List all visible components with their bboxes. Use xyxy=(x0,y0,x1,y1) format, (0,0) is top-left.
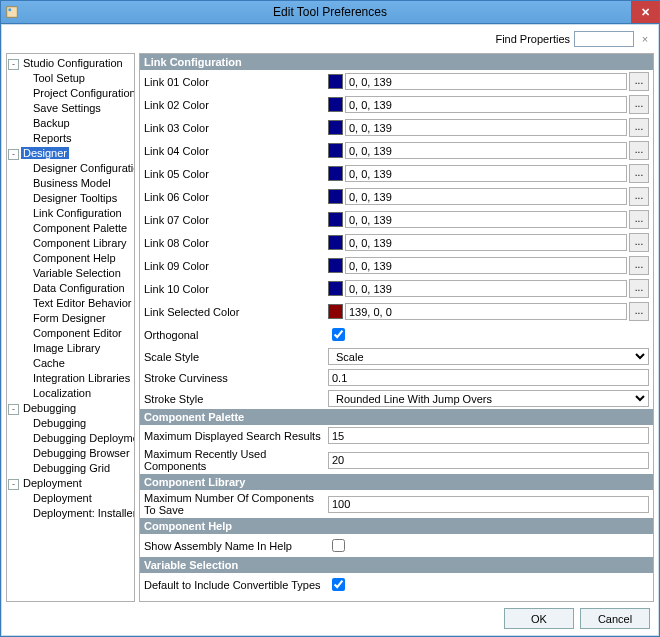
color-input[interactable] xyxy=(345,165,627,182)
setting-row: Link 03 Color... xyxy=(140,116,653,139)
tree-label: Designer Tooltips xyxy=(31,192,119,204)
settings-panel[interactable]: Link ConfigurationLink 01 Color...Link 0… xyxy=(139,53,654,602)
tree-node[interactable]: Form Designer xyxy=(8,311,133,326)
checkbox[interactable] xyxy=(332,328,345,341)
setting-row: Link 05 Color... xyxy=(140,162,653,185)
color-picker-button[interactable]: ... xyxy=(629,164,649,183)
color-input[interactable] xyxy=(345,257,627,274)
tree-node[interactable]: -Studio Configuration xyxy=(8,56,133,71)
tree-node[interactable]: Component Help xyxy=(8,251,133,266)
tree-node[interactable]: Business Model xyxy=(8,176,133,191)
tree-node[interactable]: Debugging Browser xyxy=(8,446,133,461)
color-picker-button[interactable]: ... xyxy=(629,118,649,137)
tree-node[interactable]: Variable Selection xyxy=(8,266,133,281)
checkbox[interactable] xyxy=(332,539,345,552)
text-input[interactable] xyxy=(328,369,649,386)
tree-node[interactable]: Cache xyxy=(8,356,133,371)
color-input[interactable] xyxy=(345,142,627,159)
nav-tree[interactable]: -Studio ConfigurationTool SetupProject C… xyxy=(6,53,135,602)
tree-label: Debugging Deployment xyxy=(31,432,135,444)
tree-node[interactable]: Component Library xyxy=(8,236,133,251)
tree-node[interactable]: Component Palette xyxy=(8,221,133,236)
tree-node[interactable]: Image Library xyxy=(8,341,133,356)
color-picker-button[interactable]: ... xyxy=(629,95,649,114)
color-input[interactable] xyxy=(345,280,627,297)
select-input[interactable]: Scale xyxy=(328,348,649,365)
color-picker-button[interactable]: ... xyxy=(629,210,649,229)
color-picker-button[interactable]: ... xyxy=(629,233,649,252)
tree-label: Business Model xyxy=(31,177,113,189)
text-input[interactable] xyxy=(328,452,649,469)
color-input[interactable] xyxy=(345,73,627,90)
setting-row: Stroke Curviness xyxy=(140,367,653,388)
tree-node[interactable]: Reports xyxy=(8,131,133,146)
color-input[interactable] xyxy=(345,96,627,113)
tree-node[interactable]: Tool Setup xyxy=(8,71,133,86)
find-input[interactable] xyxy=(574,31,634,47)
color-picker-button[interactable]: ... xyxy=(629,302,649,321)
tree-node[interactable]: Debugging xyxy=(8,416,133,431)
tree-node[interactable]: Designer Tooltips xyxy=(8,191,133,206)
color-input[interactable] xyxy=(345,119,627,136)
tree-node[interactable]: Deployment xyxy=(8,491,133,506)
tree-node[interactable]: -Deployment xyxy=(8,476,133,491)
find-label: Find Properties xyxy=(495,33,570,45)
text-input[interactable] xyxy=(328,427,649,444)
text-input[interactable] xyxy=(328,496,649,513)
close-button[interactable]: ✕ xyxy=(631,1,659,23)
tree-node[interactable]: Save Settings xyxy=(8,101,133,116)
tree-node[interactable]: Component Editor xyxy=(8,326,133,341)
tree-node[interactable]: Designer Configuration xyxy=(8,161,133,176)
tree-node[interactable]: Text Editor Behavior xyxy=(8,296,133,311)
setting-row: Link 07 Color... xyxy=(140,208,653,231)
color-swatch xyxy=(328,235,343,250)
color-picker-button[interactable]: ... xyxy=(629,141,649,160)
tree-node[interactable]: Debugging Grid xyxy=(8,461,133,476)
tree-node[interactable]: -Designer xyxy=(8,146,133,161)
setting-label: Orthogonal xyxy=(144,329,324,341)
setting-label: Link Selected Color xyxy=(144,306,324,318)
setting-row: Link 08 Color... xyxy=(140,231,653,254)
select-input[interactable]: Rounded Line With Jump Overs xyxy=(328,390,649,407)
tree-node[interactable]: Link Configuration xyxy=(8,206,133,221)
tree-label: Debugging xyxy=(31,417,88,429)
tree-node[interactable]: Project Configuration xyxy=(8,86,133,101)
color-picker-button[interactable]: ... xyxy=(629,187,649,206)
tree-node[interactable]: -Debugging xyxy=(8,401,133,416)
tree-node[interactable]: Backup xyxy=(8,116,133,131)
tree-node[interactable]: Integration Libraries xyxy=(8,371,133,386)
color-picker-button[interactable]: ... xyxy=(629,72,649,91)
setting-row: Orthogonal xyxy=(140,323,653,346)
tree-node[interactable]: Debugging Deployment xyxy=(8,431,133,446)
color-swatch xyxy=(328,120,343,135)
tree-label: Data Configuration xyxy=(31,282,127,294)
tree-node[interactable]: Deployment: Installer xyxy=(8,506,133,521)
color-input[interactable] xyxy=(345,234,627,251)
window: Edit Tool Preferences ✕ Find Properties … xyxy=(0,0,660,637)
tree-node[interactable]: Data Configuration xyxy=(8,281,133,296)
clear-find-icon[interactable]: × xyxy=(638,33,652,45)
tree-label: Localization xyxy=(31,387,93,399)
color-input[interactable] xyxy=(345,211,627,228)
expand-icon[interactable]: - xyxy=(8,404,19,415)
color-picker-button[interactable]: ... xyxy=(629,279,649,298)
ok-button[interactable]: OK xyxy=(504,608,574,629)
tree-label: Integration Libraries xyxy=(31,372,132,384)
expand-icon[interactable]: - xyxy=(8,479,19,490)
color-swatch xyxy=(328,281,343,296)
tree-node[interactable]: Localization xyxy=(8,386,133,401)
setting-row: Link 06 Color... xyxy=(140,185,653,208)
cancel-button[interactable]: Cancel xyxy=(580,608,650,629)
color-input[interactable] xyxy=(345,188,627,205)
setting-label: Link 06 Color xyxy=(144,191,324,203)
color-input[interactable] xyxy=(345,303,627,320)
tree-label: Designer Configuration xyxy=(31,162,135,174)
tree-label: Component Palette xyxy=(31,222,129,234)
setting-label: Link 02 Color xyxy=(144,99,324,111)
tree-label: Save Settings xyxy=(31,102,103,114)
expand-icon[interactable]: - xyxy=(8,149,19,160)
setting-label: Link 05 Color xyxy=(144,168,324,180)
color-picker-button[interactable]: ... xyxy=(629,256,649,275)
checkbox[interactable] xyxy=(332,578,345,591)
expand-icon[interactable]: - xyxy=(8,59,19,70)
